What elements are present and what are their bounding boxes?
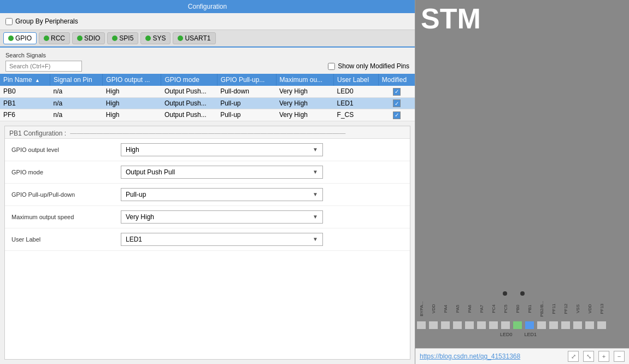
pin-box[interactable] — [428, 321, 438, 330]
pin-box[interactable] — [416, 321, 426, 330]
config-row: GPIO Pull-up/Pull-down Pull-up ▼ — [5, 184, 410, 206]
cell-maxspeed: Very High — [276, 109, 334, 121]
search-row: Show only Modified Pins — [5, 61, 409, 72]
pin-box[interactable] — [465, 321, 474, 330]
config-select-gpio_output_level[interactable]: High ▼ — [121, 143, 323, 156]
tab-dot-sys — [145, 36, 151, 41]
cell-mode: Output Push... — [161, 86, 217, 97]
modified-pins-checkbox[interactable] — [328, 63, 335, 70]
tab-sdio[interactable]: SDIO — [72, 32, 105, 44]
pin-box[interactable] — [440, 321, 450, 330]
pin-item: PA6 — [463, 298, 475, 330]
col-signal[interactable]: Signal on Pin — [50, 74, 102, 86]
pin-box[interactable] — [501, 321, 510, 330]
config-field-label: GPIO Pull-up/Pull-down — [11, 191, 121, 198]
cell-mode: Output Push... — [161, 97, 217, 109]
tab-dot-sdio — [77, 36, 83, 41]
chip-diagram: BYPA... VDD PA4 PA5 PA6 PA7 PC4 PC5 PB0 … — [415, 37, 629, 348]
pin-box[interactable] — [477, 321, 486, 330]
config-row: GPIO mode Output Push Pull ▼ — [5, 161, 410, 184]
pin-item: PF12 — [560, 298, 572, 330]
cell-label: LED1 — [334, 97, 379, 109]
config-select-value: Output Push Pull — [126, 168, 175, 176]
config-row: User Label LED1 ▼ — [5, 228, 410, 251]
sort-arrow: ▲ — [35, 78, 40, 83]
cell-signal: n/a — [50, 86, 102, 97]
pin-box[interactable] — [561, 321, 571, 330]
col-max-output[interactable]: Maximum ou... — [276, 74, 334, 86]
pin-box[interactable] — [597, 321, 607, 330]
table-row[interactable]: PB0 n/a High Output Push... Pull-down Ve… — [0, 86, 415, 97]
chevron-down-icon: ▼ — [313, 236, 318, 242]
cell-signal: n/a — [50, 109, 102, 121]
config-select-value: Pull-up — [126, 191, 146, 198]
cell-pullup: Pull-down — [217, 86, 276, 97]
pin-box[interactable] — [489, 321, 498, 330]
config-select-value: LED1 — [126, 236, 142, 243]
chevron-down-icon: ▼ — [313, 191, 318, 197]
cell-modified: ✓ — [378, 109, 415, 121]
col-user-label[interactable]: User Label — [334, 74, 379, 86]
search-label: Search Signals — [5, 52, 409, 58]
tab-sys[interactable]: SYS — [140, 32, 171, 44]
group-by-row: Group By Peripherals — [0, 13, 415, 30]
tab-dot-spi5 — [112, 36, 117, 41]
col-modified[interactable]: Modified — [378, 74, 415, 86]
pin-box[interactable] — [549, 321, 559, 330]
pin-box[interactable] — [513, 321, 522, 330]
config-select-max_output_speed[interactable]: Very High ▼ — [121, 210, 323, 224]
cell-label: F_CS — [334, 109, 379, 121]
pin-item: PB0 — [512, 298, 524, 330]
signal-table: Pin Name ▲ Signal on Pin GPIO output ...… — [0, 74, 415, 121]
cell-modified: ✓ — [378, 86, 415, 97]
bottom-bar: https://blog.csdn.net/qq_41531368 ⤢ ⤡ + … — [415, 348, 629, 364]
bottom-icons: ⤢ ⤡ + − — [568, 351, 625, 362]
config-row: Maximum output speed Very High ▼ — [5, 206, 410, 228]
pin-box[interactable] — [537, 321, 546, 330]
modified-checkmark: ✓ — [393, 99, 401, 107]
config-select-gpio_pullup[interactable]: Pull-up ▼ — [121, 188, 323, 201]
tab-usart1[interactable]: USART1 — [173, 32, 215, 44]
cell-pullup: Pull-up — [217, 97, 276, 109]
tab-spi5[interactable]: SPI5 — [107, 32, 138, 44]
cell-maxspeed: Very High — [276, 86, 334, 97]
config-section-title: PB1 Configuration : ————————————————————… — [5, 126, 410, 139]
right-panel: STM BYPA... VDD PA4 PA5 PA6 PA7 PC4 PC5 — [415, 0, 629, 364]
config-select-gpio_mode[interactable]: Output Push Pull ▼ — [121, 166, 323, 179]
pin-item: PC4 — [487, 298, 499, 330]
zoom-out-icon[interactable]: − — [614, 351, 625, 362]
col-gpio-pullup[interactable]: GPIO Pull-up... — [217, 74, 276, 86]
modified-checkmark: ✓ — [393, 88, 401, 96]
col-gpio-output[interactable]: GPIO output ... — [103, 74, 161, 86]
pin-box[interactable] — [573, 321, 583, 330]
stm-logo: STM — [415, 0, 629, 37]
config-select-user_label[interactable]: LED1 ▼ — [121, 233, 323, 246]
config-row: GPIO output level High ▼ — [5, 139, 410, 161]
cell-pin: PB1 — [0, 97, 50, 109]
chevron-down-icon: ▼ — [313, 169, 318, 175]
config-field-label: User Label — [11, 236, 121, 243]
group-by-label[interactable]: Group By Peripherals — [5, 17, 409, 25]
table-wrapper: Pin Name ▲ Signal on Pin GPIO output ...… — [0, 74, 415, 121]
col-gpio-mode[interactable]: GPIO mode — [161, 74, 217, 86]
pin-item: PA5 — [451, 298, 463, 330]
pin-box[interactable] — [585, 321, 595, 330]
config-select-value: Very High — [126, 213, 154, 221]
col-pin-name[interactable]: Pin Name ▲ — [0, 74, 50, 86]
pin-box[interactable] — [525, 321, 534, 330]
zoom-in-icon[interactable]: + — [598, 351, 609, 362]
tabs-row: GPIO RCC SDIO SPI5 SYS USART1 — [0, 30, 415, 48]
cell-output: High — [103, 86, 161, 97]
tab-gpio[interactable]: GPIO — [3, 32, 37, 44]
shrink-icon[interactable]: ⤡ — [583, 351, 594, 362]
pin-label: PF13 — [591, 303, 613, 314]
table-row[interactable]: PB1 n/a High Output Push... Pull-up Very… — [0, 97, 415, 109]
group-by-checkbox[interactable] — [5, 18, 13, 25]
pin-box[interactable] — [452, 321, 462, 330]
pin-item: PA4 — [439, 298, 451, 330]
cell-label: LED0 — [334, 86, 379, 97]
table-row[interactable]: PF6 n/a High Output Push... Pull-up Very… — [0, 109, 415, 121]
expand-icon[interactable]: ⤢ — [568, 351, 579, 362]
tab-rcc[interactable]: RCC — [39, 32, 70, 44]
search-input[interactable] — [5, 61, 82, 72]
